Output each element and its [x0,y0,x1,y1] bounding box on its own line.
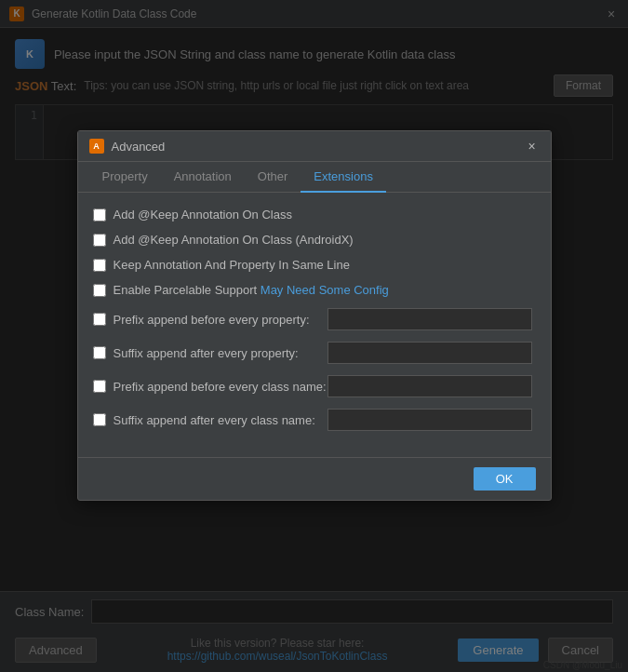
checkbox-row-keep-class: Add @Keep Annotation On Class [93,208,532,222]
dialog-title: Advanced [112,140,525,154]
checkbox-suffix-class[interactable] [93,413,106,426]
tab-other[interactable]: Other [245,162,301,193]
prefix-class-input[interactable] [327,375,532,397]
parcelable-link[interactable]: May Need Some Config [261,283,389,297]
prefix-class-label: Prefix append before every class name: [114,380,327,394]
checkbox-parcelable[interactable] [93,284,106,297]
tab-property[interactable]: Property [89,162,161,193]
input-row-suffix-property: Suffix append after every property: [93,342,532,364]
checkbox-keep-class-label: Add @Keep Annotation On Class [114,208,292,222]
checkbox-keep-class-androidx[interactable] [93,234,106,247]
dialog-title-bar: A Advanced × [78,131,551,162]
checkbox-keep-class[interactable] [93,208,106,222]
checkbox-keep-same-line[interactable] [93,259,106,272]
dialog-body-scroll: Add @Keep Annotation On Class Add @Keep … [93,208,536,442]
suffix-property-label: Suffix append after every property: [114,346,327,360]
suffix-property-input[interactable] [327,342,532,364]
prefix-property-input[interactable] [327,308,532,330]
ok-button[interactable]: OK [474,467,536,491]
checkbox-keep-same-line-label: Keep Annotation And Property In Same Lin… [114,258,350,272]
dialog-tabs: Property Annotation Other Extensions [78,162,551,193]
checkbox-row-parcelable: Enable Parcelable Support May Need Some … [93,283,532,297]
checkbox-prefix-class[interactable] [93,380,106,393]
checkbox-row-keep-same-line: Keep Annotation And Property In Same Lin… [93,258,532,272]
prefix-property-label: Prefix append before every property: [114,313,327,327]
input-row-suffix-class: Suffix append after every class name: [93,409,532,431]
checkbox-parcelable-label: Enable Parcelable Support May Need Some … [114,283,389,297]
checkbox-keep-class-androidx-label: Add @Keep Annotation On Class (AndroidX) [114,233,354,247]
dialog-body: Add @Keep Annotation On Class Add @Keep … [78,193,551,457]
suffix-class-label: Suffix append after every class name: [114,413,327,427]
checkbox-prefix-property[interactable] [93,313,106,326]
suffix-class-input[interactable] [327,409,532,431]
input-row-prefix-property: Prefix append before every property: [93,308,532,330]
advanced-dialog: A Advanced × Property Annotation Other E… [77,130,552,501]
tab-annotation[interactable]: Annotation [161,162,245,193]
dialog-icon: A [89,139,104,154]
modal-overlay: A Advanced × Property Annotation Other E… [0,0,628,672]
checkbox-suffix-property[interactable] [93,346,106,359]
checkbox-row-keep-class-androidx: Add @Keep Annotation On Class (AndroidX) [93,233,532,247]
input-row-prefix-class: Prefix append before every class name: [93,375,532,397]
dialog-close-button[interactable]: × [525,139,540,154]
tab-extensions[interactable]: Extensions [301,162,386,193]
dialog-footer: OK [78,457,551,500]
